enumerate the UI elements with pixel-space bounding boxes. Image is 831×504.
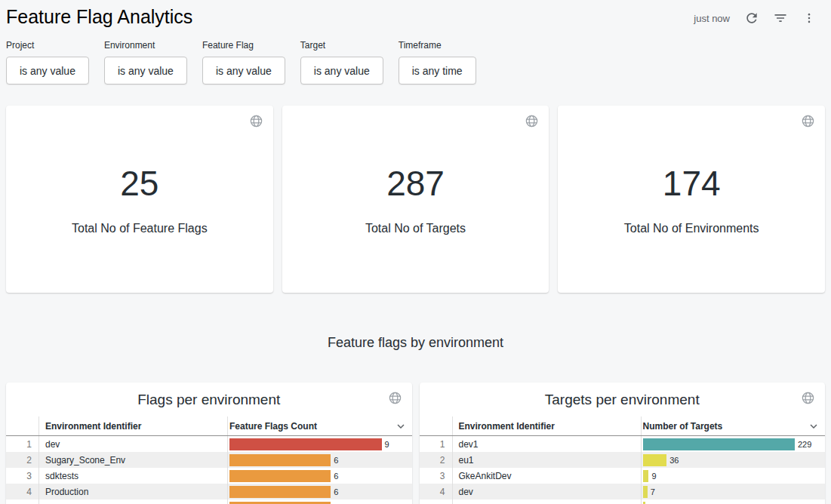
filter-label: Project: [6, 40, 89, 51]
filter-value-button[interactable]: is any value: [104, 57, 187, 85]
table-row: 4Production6: [6, 484, 412, 499]
chevron-down-icon[interactable]: [394, 419, 408, 433]
value-label: 229: [798, 440, 811, 449]
cell-measure: 229: [642, 436, 826, 452]
cell-environment-identifier: Sugary_Scone_Env: [39, 452, 228, 468]
filter-project: Projectis any value: [6, 40, 89, 85]
cell-environment-identifier: Production: [39, 484, 228, 499]
cell-environment-identifier: dev: [453, 484, 642, 499]
table-header-row: Environment IdentifierNumber of Targets: [420, 416, 826, 436]
filter-list-icon: [773, 11, 788, 26]
last-updated-text: just now: [694, 13, 730, 24]
table-card: Flags per environmentEnvironment Identif…: [6, 383, 412, 504]
cell-measure: 6: [228, 468, 412, 484]
cell-measure: 36: [642, 452, 826, 468]
kpi-label: Total No of Feature Flags: [72, 222, 208, 235]
column-header-environment-identifier[interactable]: Environment Identifier: [453, 416, 642, 435]
table-row: 5us14: [420, 499, 826, 504]
value-bar: [229, 470, 331, 482]
value-bar: [643, 470, 649, 482]
kpi-card: 287Total No of Targets: [282, 106, 549, 293]
chevron-down-icon[interactable]: [807, 419, 820, 433]
table-title: Targets per environment: [420, 383, 826, 416]
filter-label: Environment: [104, 40, 187, 51]
kpi-card: 25Total No of Feature Flags: [6, 106, 273, 293]
filter-value-button[interactable]: is any value: [300, 57, 383, 85]
value-label: 6: [334, 472, 338, 481]
header-index-cell: [6, 416, 39, 435]
filter-bar: Projectis any valueEnvironmentis any val…: [0, 29, 831, 85]
cell-measure: 4: [642, 499, 826, 504]
column-header-environment-identifier[interactable]: Environment Identifier: [39, 416, 228, 435]
filter-timeframe: Timeframeis any time: [399, 40, 476, 85]
value-label: 6: [334, 456, 338, 465]
kpi-label: Total No of Targets: [365, 222, 466, 235]
value-label: 7: [651, 487, 655, 496]
table-card: Targets per environmentEnvironment Ident…: [420, 383, 826, 504]
row-index: 2: [6, 452, 39, 468]
cell-environment-identifier: prega: [39, 499, 228, 504]
more-menu-button[interactable]: [799, 8, 819, 28]
header-index-cell: [420, 416, 453, 435]
page-title: Feature Flag Analytics: [6, 4, 192, 29]
globe-icon: [525, 114, 539, 128]
cell-measure: 7: [642, 484, 826, 499]
globe-icon: [388, 391, 402, 405]
tables-row: Flags per environmentEnvironment Identif…: [6, 383, 825, 504]
section-title: Feature flags by environment: [0, 335, 831, 351]
value-bar: [229, 438, 382, 450]
refresh-icon: [744, 11, 759, 26]
row-index: 3: [420, 468, 453, 484]
value-bar: [643, 438, 796, 450]
table-row: 1dev1229: [420, 436, 826, 452]
value-bar: [229, 486, 331, 498]
cell-environment-identifier: us1: [453, 499, 642, 504]
table-header-row: Environment IdentifierFeature Flags Coun…: [6, 416, 412, 436]
filter-label: Feature Flag: [202, 40, 285, 51]
kebab-menu-icon: [802, 11, 816, 25]
value-label: 36: [669, 456, 679, 465]
refresh-button[interactable]: [742, 8, 762, 28]
cell-environment-identifier: dev: [39, 436, 228, 452]
top-bar: Feature Flag Analytics just now: [0, 0, 831, 29]
value-label: 6: [334, 487, 338, 496]
table-row: 2Sugary_Scone_Env6: [6, 452, 412, 468]
cell-measure: 9: [228, 436, 412, 452]
row-index: 3: [6, 468, 39, 484]
kpi-card: 174Total No of Environments: [558, 106, 825, 293]
value-bar: [643, 486, 648, 498]
cell-measure: 6: [228, 499, 412, 504]
top-actions: just now: [694, 4, 823, 28]
filter-label: Target: [300, 40, 383, 51]
cell-environment-identifier: dev1: [453, 436, 642, 452]
kpi-value: 25: [120, 163, 159, 204]
globe-icon: [801, 114, 815, 128]
cell-measure: 9: [642, 468, 826, 484]
table-title: Flags per environment: [6, 383, 412, 416]
row-index: 5: [420, 499, 453, 504]
filter-environment: Environmentis any value: [104, 40, 187, 85]
filter-label: Timeframe: [399, 40, 476, 51]
column-header-measure[interactable]: Number of Targets: [642, 416, 826, 435]
value-bar: [643, 502, 646, 504]
filter-value-button[interactable]: is any time: [399, 57, 476, 85]
kpi-label: Total No of Environments: [624, 222, 759, 235]
column-header-label: Number of Targets: [643, 421, 723, 432]
row-index: 1: [6, 436, 39, 452]
filter-value-button[interactable]: is any value: [202, 57, 285, 85]
value-label: 9: [385, 440, 389, 449]
globe-icon: [801, 391, 815, 405]
filter-button[interactable]: [771, 8, 790, 28]
kpi-value: 174: [663, 163, 721, 204]
column-header-measure[interactable]: Feature Flags Count: [228, 416, 412, 435]
filter-value-button[interactable]: is any value: [6, 57, 89, 85]
table-body: 1dev92Sugary_Scone_Env63sdktests64Produc…: [6, 436, 412, 504]
row-index: 4: [6, 484, 39, 499]
kpi-row: 25Total No of Feature Flags287Total No o…: [6, 106, 825, 293]
value-bar: [229, 454, 331, 466]
table-row: 4dev7: [420, 484, 826, 499]
cell-environment-identifier: GkeAnkitDev: [453, 468, 642, 484]
table-row: 3GkeAnkitDev9: [420, 468, 826, 484]
cell-measure: 6: [228, 452, 412, 468]
value-bar: [229, 502, 331, 504]
